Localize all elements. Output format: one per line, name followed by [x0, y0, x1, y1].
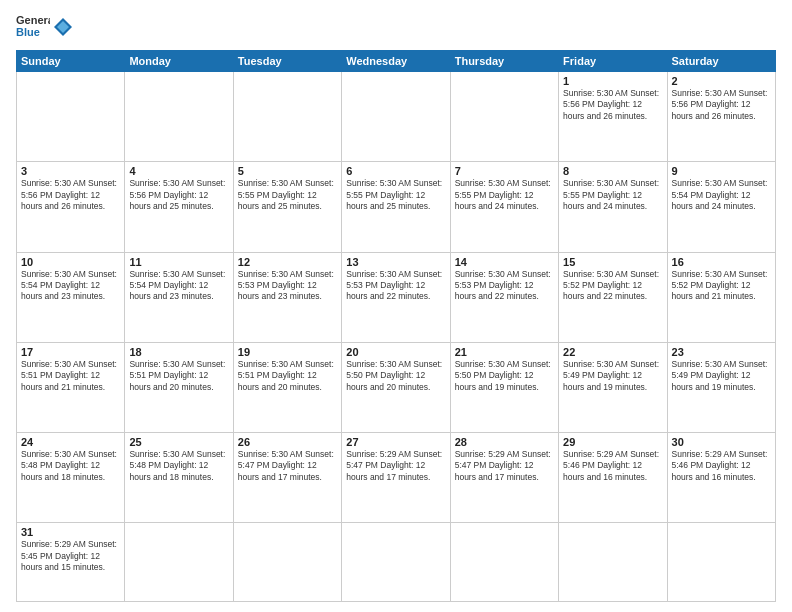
day-number: 20	[346, 346, 445, 358]
calendar-cell: 20Sunrise: 5:30 AM Sunset: 5:50 PM Dayli…	[342, 342, 450, 432]
day-info: Sunrise: 5:29 AM Sunset: 5:46 PM Dayligh…	[672, 449, 771, 483]
day-info: Sunrise: 5:29 AM Sunset: 5:47 PM Dayligh…	[455, 449, 554, 483]
day-number: 25	[129, 436, 228, 448]
calendar-cell: 29Sunrise: 5:29 AM Sunset: 5:46 PM Dayli…	[559, 433, 667, 523]
day-info: Sunrise: 5:30 AM Sunset: 5:52 PM Dayligh…	[563, 269, 662, 303]
calendar-week-2: 10Sunrise: 5:30 AM Sunset: 5:54 PM Dayli…	[17, 252, 776, 342]
calendar-week-4: 24Sunrise: 5:30 AM Sunset: 5:48 PM Dayli…	[17, 433, 776, 523]
calendar-cell	[450, 523, 558, 602]
header: General Blue	[16, 12, 776, 42]
calendar-cell: 15Sunrise: 5:30 AM Sunset: 5:52 PM Dayli…	[559, 252, 667, 342]
day-number: 23	[672, 346, 771, 358]
logo: General Blue	[16, 12, 72, 42]
calendar-cell: 18Sunrise: 5:30 AM Sunset: 5:51 PM Dayli…	[125, 342, 233, 432]
day-number: 30	[672, 436, 771, 448]
day-info: Sunrise: 5:30 AM Sunset: 5:49 PM Dayligh…	[563, 359, 662, 393]
day-info: Sunrise: 5:30 AM Sunset: 5:55 PM Dayligh…	[346, 178, 445, 212]
day-number: 15	[563, 256, 662, 268]
calendar-cell: 26Sunrise: 5:30 AM Sunset: 5:47 PM Dayli…	[233, 433, 341, 523]
day-number: 5	[238, 165, 337, 177]
weekday-thursday: Thursday	[450, 51, 558, 72]
day-info: Sunrise: 5:30 AM Sunset: 5:51 PM Dayligh…	[238, 359, 337, 393]
calendar-cell	[125, 523, 233, 602]
day-number: 4	[129, 165, 228, 177]
day-number: 29	[563, 436, 662, 448]
weekday-friday: Friday	[559, 51, 667, 72]
day-number: 28	[455, 436, 554, 448]
day-info: Sunrise: 5:30 AM Sunset: 5:53 PM Dayligh…	[238, 269, 337, 303]
calendar-cell	[233, 72, 341, 162]
day-number: 6	[346, 165, 445, 177]
day-number: 13	[346, 256, 445, 268]
svg-text:Blue: Blue	[16, 26, 40, 38]
calendar-cell	[559, 523, 667, 602]
day-info: Sunrise: 5:30 AM Sunset: 5:56 PM Dayligh…	[563, 88, 662, 122]
day-number: 1	[563, 75, 662, 87]
calendar-cell: 12Sunrise: 5:30 AM Sunset: 5:53 PM Dayli…	[233, 252, 341, 342]
day-number: 24	[21, 436, 120, 448]
calendar-cell: 22Sunrise: 5:30 AM Sunset: 5:49 PM Dayli…	[559, 342, 667, 432]
day-number: 31	[21, 526, 120, 538]
calendar-cell: 13Sunrise: 5:30 AM Sunset: 5:53 PM Dayli…	[342, 252, 450, 342]
day-number: 21	[455, 346, 554, 358]
logo-triangle-icon	[54, 18, 72, 36]
calendar-week-5: 31Sunrise: 5:29 AM Sunset: 5:45 PM Dayli…	[17, 523, 776, 602]
calendar-week-1: 3Sunrise: 5:30 AM Sunset: 5:56 PM Daylig…	[17, 162, 776, 252]
day-info: Sunrise: 5:29 AM Sunset: 5:47 PM Dayligh…	[346, 449, 445, 483]
calendar-cell: 25Sunrise: 5:30 AM Sunset: 5:48 PM Dayli…	[125, 433, 233, 523]
calendar-cell: 17Sunrise: 5:30 AM Sunset: 5:51 PM Dayli…	[17, 342, 125, 432]
weekday-header-row: SundayMondayTuesdayWednesdayThursdayFrid…	[17, 51, 776, 72]
calendar-cell	[342, 72, 450, 162]
day-number: 14	[455, 256, 554, 268]
calendar-cell	[17, 72, 125, 162]
day-number: 16	[672, 256, 771, 268]
day-number: 19	[238, 346, 337, 358]
day-number: 2	[672, 75, 771, 87]
day-number: 18	[129, 346, 228, 358]
calendar-week-0: 1Sunrise: 5:30 AM Sunset: 5:56 PM Daylig…	[17, 72, 776, 162]
svg-text:General: General	[16, 14, 50, 26]
day-info: Sunrise: 5:30 AM Sunset: 5:54 PM Dayligh…	[21, 269, 120, 303]
weekday-wednesday: Wednesday	[342, 51, 450, 72]
day-info: Sunrise: 5:30 AM Sunset: 5:56 PM Dayligh…	[672, 88, 771, 122]
day-number: 8	[563, 165, 662, 177]
calendar-cell: 30Sunrise: 5:29 AM Sunset: 5:46 PM Dayli…	[667, 433, 775, 523]
day-info: Sunrise: 5:30 AM Sunset: 5:53 PM Dayligh…	[346, 269, 445, 303]
day-info: Sunrise: 5:30 AM Sunset: 5:47 PM Dayligh…	[238, 449, 337, 483]
calendar-cell: 31Sunrise: 5:29 AM Sunset: 5:45 PM Dayli…	[17, 523, 125, 602]
calendar-cell: 6Sunrise: 5:30 AM Sunset: 5:55 PM Daylig…	[342, 162, 450, 252]
day-number: 11	[129, 256, 228, 268]
calendar-cell: 1Sunrise: 5:30 AM Sunset: 5:56 PM Daylig…	[559, 72, 667, 162]
day-info: Sunrise: 5:29 AM Sunset: 5:45 PM Dayligh…	[21, 539, 120, 573]
calendar-cell	[667, 523, 775, 602]
day-number: 9	[672, 165, 771, 177]
calendar-table: SundayMondayTuesdayWednesdayThursdayFrid…	[16, 50, 776, 602]
calendar-cell: 3Sunrise: 5:30 AM Sunset: 5:56 PM Daylig…	[17, 162, 125, 252]
calendar-cell	[450, 72, 558, 162]
logo-icon: General Blue	[16, 12, 50, 42]
day-info: Sunrise: 5:30 AM Sunset: 5:51 PM Dayligh…	[21, 359, 120, 393]
day-number: 27	[346, 436, 445, 448]
day-number: 12	[238, 256, 337, 268]
day-info: Sunrise: 5:30 AM Sunset: 5:56 PM Dayligh…	[129, 178, 228, 212]
calendar-cell: 4Sunrise: 5:30 AM Sunset: 5:56 PM Daylig…	[125, 162, 233, 252]
day-info: Sunrise: 5:30 AM Sunset: 5:55 PM Dayligh…	[563, 178, 662, 212]
day-info: Sunrise: 5:30 AM Sunset: 5:53 PM Dayligh…	[455, 269, 554, 303]
calendar-cell: 21Sunrise: 5:30 AM Sunset: 5:50 PM Dayli…	[450, 342, 558, 432]
day-info: Sunrise: 5:30 AM Sunset: 5:56 PM Dayligh…	[21, 178, 120, 212]
calendar-cell: 11Sunrise: 5:30 AM Sunset: 5:54 PM Dayli…	[125, 252, 233, 342]
day-number: 17	[21, 346, 120, 358]
calendar-cell: 2Sunrise: 5:30 AM Sunset: 5:56 PM Daylig…	[667, 72, 775, 162]
day-number: 10	[21, 256, 120, 268]
day-info: Sunrise: 5:30 AM Sunset: 5:55 PM Dayligh…	[238, 178, 337, 212]
page: General Blue SundayMondayTuesdayWednesda…	[0, 0, 792, 612]
day-info: Sunrise: 5:29 AM Sunset: 5:46 PM Dayligh…	[563, 449, 662, 483]
day-info: Sunrise: 5:30 AM Sunset: 5:49 PM Dayligh…	[672, 359, 771, 393]
calendar-cell	[342, 523, 450, 602]
day-number: 26	[238, 436, 337, 448]
day-info: Sunrise: 5:30 AM Sunset: 5:52 PM Dayligh…	[672, 269, 771, 303]
day-info: Sunrise: 5:30 AM Sunset: 5:51 PM Dayligh…	[129, 359, 228, 393]
calendar-cell: 27Sunrise: 5:29 AM Sunset: 5:47 PM Dayli…	[342, 433, 450, 523]
calendar-cell: 8Sunrise: 5:30 AM Sunset: 5:55 PM Daylig…	[559, 162, 667, 252]
calendar-cell: 16Sunrise: 5:30 AM Sunset: 5:52 PM Dayli…	[667, 252, 775, 342]
